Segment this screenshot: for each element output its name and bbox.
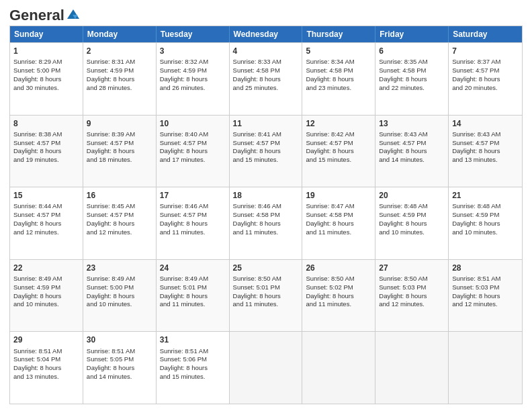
day-info: Sunset: 5:01 PM xyxy=(160,283,226,292)
day-info: Sunset: 4:57 PM xyxy=(87,211,152,220)
calendar-cell: 19Sunrise: 8:47 AMSunset: 4:58 PMDayligh… xyxy=(302,187,375,259)
day-info: Sunset: 4:57 PM xyxy=(452,139,519,148)
calendar-cell: 9Sunrise: 8:39 AMSunset: 4:57 PMDaylight… xyxy=(83,116,157,187)
calendar-header: SundayMondayTuesdayWednesdayThursdayFrid… xyxy=(10,26,522,42)
calendar-cell: 2Sunrise: 8:31 AMSunset: 4:59 PMDaylight… xyxy=(83,43,157,115)
calendar-cell: 7Sunrise: 8:37 AMSunset: 4:57 PMDaylight… xyxy=(449,43,522,115)
day-number: 30 xyxy=(87,334,152,345)
day-info: Daylight: 8 hours xyxy=(306,147,371,156)
day-info: and 10 minutes. xyxy=(87,300,152,309)
day-info: Daylight: 8 hours xyxy=(87,147,152,156)
weekday-header: Friday xyxy=(375,26,449,42)
day-info: and 15 minutes. xyxy=(306,156,371,165)
day-info: Sunset: 4:57 PM xyxy=(233,139,299,148)
day-info: Sunrise: 8:43 AM xyxy=(452,130,519,139)
day-info: and 12 minutes. xyxy=(87,228,152,237)
day-info: Sunset: 4:57 PM xyxy=(379,139,445,148)
logo: General xyxy=(9,7,81,20)
day-number: 17 xyxy=(160,190,226,201)
day-info: and 11 minutes. xyxy=(306,228,371,237)
calendar-cell: 3Sunrise: 8:32 AMSunset: 4:59 PMDaylight… xyxy=(157,43,230,115)
day-info: Sunset: 5:01 PM xyxy=(233,283,299,292)
day-info: and 11 minutes. xyxy=(233,300,299,309)
day-info: Sunrise: 8:49 AM xyxy=(13,275,79,283)
day-info: Sunrise: 8:31 AM xyxy=(87,58,152,66)
calendar-cell xyxy=(449,332,522,404)
day-info: Daylight: 8 hours xyxy=(306,220,371,228)
day-number: 1 xyxy=(13,46,79,56)
day-info: Daylight: 8 hours xyxy=(379,147,445,156)
calendar-cell: 28Sunrise: 8:51 AMSunset: 5:03 PMDayligh… xyxy=(449,260,522,332)
day-info: Daylight: 8 hours xyxy=(160,364,226,373)
day-info: Sunset: 4:59 PM xyxy=(379,211,445,220)
calendar-week: 15Sunrise: 8:44 AMSunset: 4:57 PMDayligh… xyxy=(10,187,522,259)
day-info: and 12 minutes. xyxy=(13,228,79,237)
day-info: Sunset: 4:58 PM xyxy=(379,66,445,75)
day-info: Daylight: 8 hours xyxy=(87,75,152,84)
calendar-cell: 14Sunrise: 8:43 AMSunset: 4:57 PMDayligh… xyxy=(449,116,522,187)
calendar-cell: 29Sunrise: 8:51 AMSunset: 5:04 PMDayligh… xyxy=(10,332,83,404)
day-info: Sunrise: 8:34 AM xyxy=(306,58,371,66)
logo-general: General xyxy=(9,7,64,24)
day-info: Sunrise: 8:51 AM xyxy=(452,275,519,283)
calendar-cell: 4Sunrise: 8:33 AMSunset: 4:58 PMDaylight… xyxy=(230,43,303,115)
calendar-cell: 20Sunrise: 8:48 AMSunset: 4:59 PMDayligh… xyxy=(375,187,449,259)
calendar-week: 22Sunrise: 8:49 AMSunset: 4:59 PMDayligh… xyxy=(10,259,522,332)
weekday-header: Tuesday xyxy=(157,26,230,42)
day-info: Daylight: 8 hours xyxy=(306,292,371,301)
day-info: Sunrise: 8:51 AM xyxy=(87,347,152,356)
day-number: 16 xyxy=(87,190,152,201)
day-info: and 12 minutes. xyxy=(379,300,445,309)
day-info: Sunrise: 8:51 AM xyxy=(160,347,226,356)
day-info: Sunset: 4:57 PM xyxy=(13,211,79,220)
day-info: Sunrise: 8:35 AM xyxy=(379,58,445,66)
day-info: Sunrise: 8:39 AM xyxy=(87,130,152,139)
calendar-cell: 31Sunrise: 8:51 AMSunset: 5:06 PMDayligh… xyxy=(157,332,230,404)
day-info: Daylight: 8 hours xyxy=(452,292,519,301)
day-info: Sunset: 4:58 PM xyxy=(306,211,371,220)
day-number: 27 xyxy=(379,263,445,273)
day-info: Sunset: 5:05 PM xyxy=(87,355,152,364)
day-info: Daylight: 8 hours xyxy=(452,147,519,156)
day-info: Sunrise: 8:48 AM xyxy=(379,202,445,211)
calendar-cell: 25Sunrise: 8:50 AMSunset: 5:01 PMDayligh… xyxy=(230,260,303,332)
day-info: Sunset: 4:58 PM xyxy=(306,66,371,75)
day-info: Daylight: 8 hours xyxy=(452,220,519,228)
calendar-cell: 24Sunrise: 8:49 AMSunset: 5:01 PMDayligh… xyxy=(157,260,230,332)
day-info: and 14 minutes. xyxy=(379,156,445,165)
day-info: Sunset: 5:03 PM xyxy=(452,283,519,292)
day-info: Daylight: 8 hours xyxy=(379,292,445,301)
calendar-cell: 5Sunrise: 8:34 AMSunset: 4:58 PMDaylight… xyxy=(302,43,375,115)
day-info: and 10 minutes. xyxy=(379,228,445,237)
calendar-cell: 21Sunrise: 8:48 AMSunset: 4:59 PMDayligh… xyxy=(449,187,522,259)
day-info: Daylight: 8 hours xyxy=(13,147,79,156)
day-info: Sunrise: 8:29 AM xyxy=(13,58,79,66)
day-info: Daylight: 8 hours xyxy=(160,75,226,84)
day-info: Sunrise: 8:46 AM xyxy=(233,202,299,211)
day-number: 25 xyxy=(233,263,299,273)
weekday-header: Monday xyxy=(83,26,157,42)
day-info: Sunset: 5:00 PM xyxy=(13,66,79,75)
weekday-header: Sunday xyxy=(10,26,83,42)
calendar-cell: 16Sunrise: 8:45 AMSunset: 4:57 PMDayligh… xyxy=(83,187,157,259)
calendar-week: 1Sunrise: 8:29 AMSunset: 5:00 PMDaylight… xyxy=(10,42,522,115)
day-info: and 13 minutes. xyxy=(13,373,79,381)
day-info: and 12 minutes. xyxy=(452,300,519,309)
day-info: and 13 minutes. xyxy=(452,156,519,165)
day-info: Sunrise: 8:50 AM xyxy=(379,275,445,283)
day-info: and 11 minutes. xyxy=(233,228,299,237)
day-info: and 23 minutes. xyxy=(306,84,371,93)
day-info: Sunset: 4:58 PM xyxy=(233,211,299,220)
day-info: Daylight: 8 hours xyxy=(160,220,226,228)
day-number: 12 xyxy=(306,118,371,129)
day-number: 3 xyxy=(160,46,226,56)
logo-icon xyxy=(66,8,81,20)
calendar: SundayMondayTuesdayWednesdayThursdayFrid… xyxy=(9,26,523,404)
day-info: and 15 minutes. xyxy=(160,373,226,381)
day-number: 4 xyxy=(233,46,299,56)
day-info: Sunrise: 8:48 AM xyxy=(452,202,519,211)
day-info: Sunset: 4:57 PM xyxy=(452,66,519,75)
day-info: and 11 minutes. xyxy=(306,300,371,309)
day-info: Daylight: 8 hours xyxy=(87,220,152,228)
calendar-cell: 22Sunrise: 8:49 AMSunset: 4:59 PMDayligh… xyxy=(10,260,83,332)
